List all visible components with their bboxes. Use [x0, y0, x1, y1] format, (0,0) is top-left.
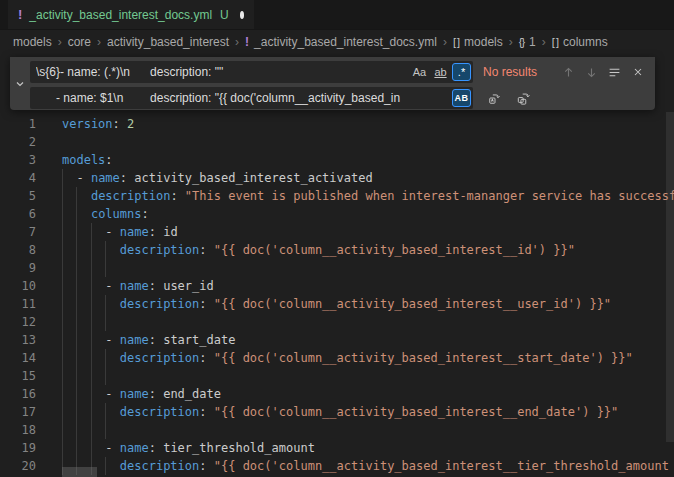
- indent-guide: [76, 367, 77, 385]
- breadcrumb-separator-icon: ›: [58, 35, 62, 49]
- line-number[interactable]: 20: [0, 457, 36, 475]
- indent-guide: [62, 349, 63, 367]
- line-number[interactable]: 4: [0, 169, 36, 187]
- code-line-6[interactable]: 6 columns:: [0, 205, 674, 223]
- code-line-3[interactable]: 3models:: [0, 151, 674, 169]
- whole-word-button[interactable]: ab: [431, 63, 450, 81]
- indent-guide: [62, 331, 63, 349]
- token-key: description: [120, 297, 199, 311]
- replace-all-button[interactable]: [512, 87, 535, 109]
- find-row: \s{6}- name: (.*)\n description: "" Aa a…: [30, 61, 651, 83]
- code-line-17[interactable]: 17 description: "{{ doc('column__activit…: [0, 403, 674, 421]
- code-line-2[interactable]: 2: [0, 133, 674, 151]
- line-content: [62, 133, 674, 151]
- find-input[interactable]: \s{6}- name: (.*)\n description: "" Aa a…: [30, 61, 473, 83]
- breadcrumb-separator-icon: ›: [542, 35, 546, 49]
- tab-active-file[interactable]: ! _activity_based_interest_docs.yml U: [8, 0, 254, 29]
- code-line-11[interactable]: 11 description: "{{ doc('column__activit…: [0, 295, 674, 313]
- line-number[interactable]: 11: [0, 295, 36, 313]
- line-number[interactable]: 13: [0, 331, 36, 349]
- token-str: "{{ doc('column__activity_based_interest…: [207, 243, 575, 257]
- code-editor[interactable]: 1version: 223models:4 - name: activity_b…: [0, 115, 674, 477]
- line-number[interactable]: 1: [0, 115, 36, 133]
- line-number[interactable]: 6: [0, 205, 36, 223]
- line-number[interactable]: 12: [0, 313, 36, 331]
- line-number[interactable]: 7: [0, 223, 36, 241]
- breadcrumb-item-models[interactable]: [ ]models: [453, 35, 503, 49]
- replace-input[interactable]: - name: $1\n description: "{{ doc('colum…: [30, 87, 473, 109]
- regex-button[interactable]: .*: [452, 63, 471, 81]
- line-number[interactable]: 15: [0, 367, 36, 385]
- line-number[interactable]: 3: [0, 151, 36, 169]
- indent-guide: [76, 241, 77, 259]
- find-widget-body: \s{6}- name: (.*)\n description: "" Aa a…: [30, 57, 655, 110]
- line-content: - name: tier_threshold_amount: [62, 439, 674, 457]
- vertical-scrollbar-thumb[interactable]: [666, 112, 674, 442]
- indent-guide: [91, 349, 92, 367]
- indent-guide: [91, 295, 92, 313]
- preserve-case-button[interactable]: AB: [452, 89, 471, 107]
- token-punct: -: [62, 171, 91, 185]
- code-line-15[interactable]: 15: [0, 367, 674, 385]
- next-match-button[interactable]: [580, 61, 603, 83]
- line-content: [62, 421, 674, 439]
- code-line-18[interactable]: 18: [0, 421, 674, 439]
- replace-button[interactable]: [483, 87, 506, 109]
- line-number[interactable]: 10: [0, 277, 36, 295]
- line-number[interactable]: 18: [0, 421, 36, 439]
- unsaved-changes-dot-icon[interactable]: [240, 11, 244, 19]
- indent-guide: [91, 223, 92, 241]
- code-line-9[interactable]: 9: [0, 259, 674, 277]
- indent-guide: [76, 259, 77, 277]
- token-punct: :: [105, 153, 112, 167]
- token-punct: :: [141, 207, 148, 221]
- line-content: [62, 259, 674, 277]
- indent-guide: [91, 331, 92, 349]
- indent-guide: [62, 187, 63, 205]
- line-number[interactable]: 8: [0, 241, 36, 259]
- breadcrumb-item-core[interactable]: core: [68, 35, 91, 49]
- code-line-8[interactable]: 8 description: "{{ doc('column__activity…: [0, 241, 674, 259]
- code-line-14[interactable]: 14 description: "{{ doc('column__activit…: [0, 349, 674, 367]
- tab-filename: _activity_based_interest_docs.yml: [29, 8, 212, 22]
- breadcrumb-item-_activity_based_interest_docs.yml[interactable]: !_activity_based_interest_docs.yml: [245, 35, 437, 49]
- code-line-7[interactable]: 7 - name: id: [0, 223, 674, 241]
- token-punct: :: [113, 117, 120, 131]
- indent-guide: [105, 403, 106, 421]
- close-find-widget-button[interactable]: [626, 61, 649, 83]
- breadcrumb-item-columns[interactable]: [ ]columns: [552, 35, 608, 49]
- code-line-1[interactable]: 1version: 2: [0, 115, 674, 133]
- line-number[interactable]: 17: [0, 403, 36, 421]
- line-number[interactable]: 14: [0, 349, 36, 367]
- code-line-13[interactable]: 13 - name: start_date: [0, 331, 674, 349]
- code-line-16[interactable]: 16 - name: end_date: [0, 385, 674, 403]
- token-plain: user_id: [156, 279, 214, 293]
- code-line-5[interactable]: 5 description: "This event is published …: [0, 187, 674, 205]
- line-number[interactable]: 9: [0, 259, 36, 277]
- match-case-button[interactable]: Aa: [410, 63, 429, 81]
- toggle-replace-button[interactable]: [10, 57, 30, 110]
- breadcrumb-item-activity_based_interest[interactable]: activity_based_interest: [107, 35, 229, 49]
- code-line-20[interactable]: 20 description: "{{ doc('column__activit…: [0, 457, 674, 475]
- find-in-selection-button[interactable]: [603, 61, 626, 83]
- code-line-10[interactable]: 10 - name: user_id: [0, 277, 674, 295]
- previous-match-button[interactable]: [557, 61, 580, 83]
- token-punct: :: [149, 225, 156, 239]
- line-number[interactable]: 16: [0, 385, 36, 403]
- indent-guide: [105, 259, 106, 277]
- breadcrumb-separator-icon: ›: [235, 35, 239, 49]
- line-number[interactable]: 5: [0, 187, 36, 205]
- indent-guide: [62, 259, 63, 277]
- line-number[interactable]: 19: [0, 439, 36, 457]
- arrow-down-icon: [585, 66, 598, 79]
- close-icon: [632, 66, 644, 78]
- line-number[interactable]: 2: [0, 133, 36, 151]
- breadcrumb-item-1[interactable]: {}1: [519, 35, 536, 49]
- horizontal-scrollbar-thumb[interactable]: [62, 467, 97, 477]
- code-line-19[interactable]: 19 - name: tier_threshold_amount: [0, 439, 674, 457]
- code-line-4[interactable]: 4 - name: activity_based_interest_activa…: [0, 169, 674, 187]
- line-content: description: "This event is published wh…: [62, 187, 674, 205]
- breadcrumb-item-models[interactable]: models: [13, 35, 52, 49]
- indent-guide: [76, 349, 77, 367]
- code-line-12[interactable]: 12: [0, 313, 674, 331]
